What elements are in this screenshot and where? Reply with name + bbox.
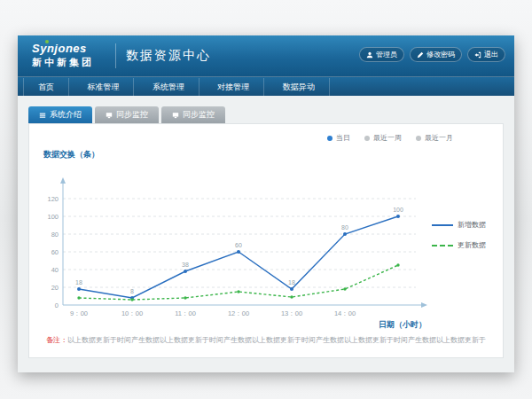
- nav-item-system-mgmt[interactable]: 系统管理: [138, 78, 200, 97]
- admin-user-button[interactable]: 管理员: [359, 47, 404, 62]
- svg-text:100: 100: [47, 213, 59, 221]
- series-label: 新增数据: [458, 220, 486, 230]
- desktop-background: Synjones 新中新集团 数据资源中心 管理员 修改: [0, 0, 532, 399]
- svg-text:120: 120: [47, 195, 59, 203]
- range-label: 最近一月: [425, 133, 453, 143]
- series-legend-updated-data[interactable]: 更新数据: [432, 240, 499, 250]
- legend-top-dot-0: [327, 136, 332, 141]
- svg-text:60: 60: [235, 242, 242, 248]
- page-title: 数据资源中心: [126, 48, 211, 64]
- tab-label: 系统介绍: [50, 109, 82, 121]
- svg-text:80: 80: [341, 224, 348, 231]
- nav-item-data-change[interactable]: 数据异动: [269, 78, 330, 97]
- legend-top-dot-1: [364, 136, 370, 141]
- footnote-prefix: 备注：: [46, 336, 67, 344]
- company-logo: Synjones 新中新集团: [32, 42, 94, 69]
- legend-top-dot-2: [416, 136, 421, 141]
- tab-system-intro[interactable]: 系统介绍: [28, 106, 92, 123]
- svg-text:11：00: 11：00: [175, 309, 196, 317]
- tab-bar: 系统介绍 同步监控 同步监控: [28, 106, 225, 123]
- admin-user-label: 管理员: [376, 50, 397, 59]
- tab-sync-monitor-2[interactable]: 同步监控: [161, 106, 225, 123]
- edit-icon: [417, 51, 424, 59]
- nav-item-home[interactable]: 首页: [23, 78, 69, 97]
- range-option-month[interactable]: 最近一月: [416, 133, 453, 143]
- svg-text:38: 38: [182, 262, 189, 268]
- series-legend-new-data[interactable]: 新增数据: [432, 220, 499, 230]
- svg-text:80: 80: [51, 231, 59, 239]
- chart-panel: 当日 最近一周 最近一月 数据交换（条） 0204060801001209：00…: [28, 123, 504, 358]
- logo-company-name: 新中新集团: [32, 56, 94, 69]
- footnote-text: 以上数据更新于时间产生数据以上数据更新于时间产生数据以上数据更新于时间产生数据以…: [67, 336, 486, 344]
- line-chart: 0204060801001209：0010：0011：0012：0013：001…: [35, 163, 434, 332]
- logout-icon: [474, 51, 481, 59]
- app-window: Synjones 新中新集团 数据资源中心 管理员 修改: [18, 35, 514, 372]
- range-label: 最近一周: [373, 133, 402, 143]
- svg-text:14：00: 14：00: [334, 309, 356, 317]
- logo-wordmark: Synjones: [32, 42, 94, 55]
- svg-text:18: 18: [75, 279, 82, 286]
- svg-text:13：00: 13：00: [281, 309, 302, 317]
- logo-text: Synjones: [32, 42, 87, 55]
- logo-leaf-icon: [45, 40, 49, 43]
- change-password-label: 修改密码: [426, 50, 455, 59]
- app-header: Synjones 新中新集团 数据资源中心 管理员 修改: [18, 35, 514, 76]
- series-sample-1: [432, 245, 453, 246]
- svg-text:12：00: 12：00: [228, 309, 249, 317]
- content-area: 系统介绍 同步监控 同步监控: [18, 96, 514, 372]
- range-label: 当日: [336, 133, 350, 143]
- svg-text:20: 20: [51, 284, 59, 292]
- svg-text:60: 60: [51, 248, 59, 256]
- tab-label: 同步监控: [116, 109, 148, 121]
- tab-label: 同步监控: [183, 109, 215, 121]
- svg-text:0: 0: [55, 301, 59, 309]
- range-option-today[interactable]: 当日: [327, 133, 350, 143]
- svg-text:100: 100: [393, 207, 403, 213]
- tab-sync-monitor-1[interactable]: 同步监控: [95, 106, 159, 123]
- list-icon: [39, 112, 46, 119]
- header-divider: [115, 43, 116, 68]
- svg-text:日期（小时）: 日期（小时）: [379, 320, 426, 329]
- footnote: 备注：以上数据更新于时间产生数据以上数据更新于时间产生数据以上数据更新于时间产生…: [29, 335, 503, 345]
- series-legend: 新增数据 更新数据: [432, 220, 499, 261]
- main-nav: 首页 标准管理 系统管理 对接管理 数据异动: [18, 76, 514, 96]
- header-actions: 管理员 修改密码 退出: [359, 47, 505, 62]
- svg-text:9：00: 9：00: [70, 309, 88, 317]
- monitor-icon: [106, 112, 113, 119]
- range-option-week[interactable]: 最近一周: [364, 133, 402, 143]
- svg-text:40: 40: [51, 266, 59, 274]
- user-icon: [366, 51, 373, 59]
- svg-text:8: 8: [130, 288, 134, 294]
- nav-item-standard-mgmt[interactable]: 标准管理: [73, 78, 134, 97]
- series-sample-0: [432, 224, 453, 226]
- logout-label: 退出: [484, 50, 498, 59]
- svg-text:10：00: 10：00: [121, 309, 143, 317]
- y-axis-title: 数据交换（条）: [43, 149, 99, 160]
- series-label: 更新数据: [458, 240, 486, 250]
- change-password-button[interactable]: 修改密码: [410, 47, 462, 62]
- svg-text:18: 18: [288, 279, 295, 286]
- logout-button[interactable]: 退出: [467, 47, 505, 62]
- monitor-icon: [172, 112, 179, 119]
- range-legend: 当日 最近一周 最近一月: [327, 133, 453, 143]
- nav-item-interface-mgmt[interactable]: 对接管理: [203, 78, 264, 97]
